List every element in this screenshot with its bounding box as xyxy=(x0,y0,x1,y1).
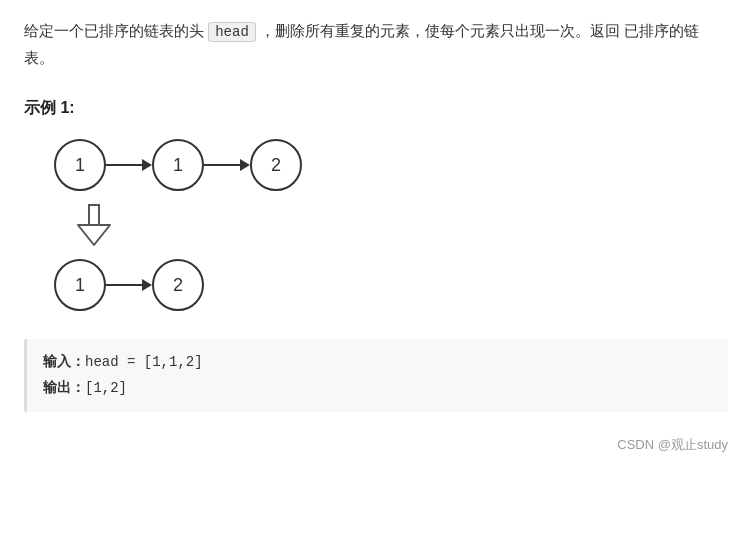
problem-description: 给定一个已排序的链表的头 head ，删除所有重复的元素，使每个元素只出现一次。… xyxy=(24,18,728,70)
down-arrow-container xyxy=(54,203,112,247)
node-1b: 1 xyxy=(152,139,204,191)
output-value: [1,2] xyxy=(85,380,127,396)
desc-part4: 。 xyxy=(39,49,54,66)
node-1-out: 1 xyxy=(54,259,106,311)
io-box: 输入：head = [1,1,2] 输出：[1,2] xyxy=(24,339,728,411)
head-code-inline: head xyxy=(208,22,256,42)
output-linked-list: 1 2 xyxy=(54,259,204,311)
example-title: 示例 1: xyxy=(24,98,728,119)
desc-part2: ，删除所有重复的元素，使每个元素只出现一次。返回 xyxy=(260,22,620,39)
brand-text: CSDN @观止study xyxy=(617,436,728,454)
down-arrow-icon xyxy=(76,203,112,247)
input-line: 输入：head = [1,1,2] xyxy=(43,349,712,375)
footer: CSDN @观止study xyxy=(24,432,728,454)
node-2a: 2 xyxy=(250,139,302,191)
desc-part1: 给定一个已排序的链表的头 xyxy=(24,22,204,39)
svg-rect-0 xyxy=(89,205,99,225)
output-label: 输出： xyxy=(43,379,85,395)
input-label: 输入： xyxy=(43,353,85,369)
input-linked-list: 1 1 2 xyxy=(54,139,302,191)
diagram-container: 1 1 2 1 2 xyxy=(54,139,728,311)
node-2-out: 2 xyxy=(152,259,204,311)
node-1a: 1 xyxy=(54,139,106,191)
svg-marker-1 xyxy=(78,225,110,245)
output-line: 输出：[1,2] xyxy=(43,375,712,401)
input-value: head = [1,1,2] xyxy=(85,354,203,370)
